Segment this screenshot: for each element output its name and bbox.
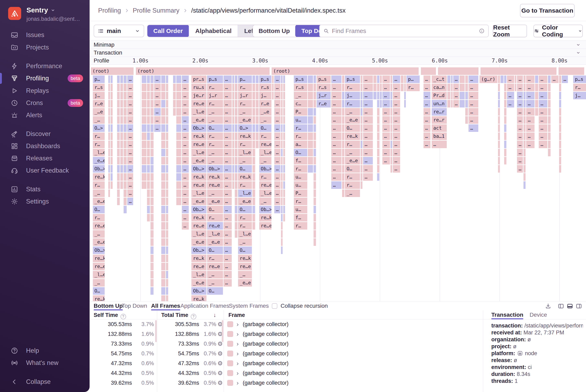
flame-frame[interactable] — [548, 108, 550, 116]
frame-table-row[interactable]: 305.53ms3.7%305.53ms3.7%⚙›(garbage colle… — [90, 319, 483, 329]
flame-frame[interactable]: … — [423, 76, 430, 83]
flame-frame[interactable] — [361, 76, 362, 83]
flame-frame[interactable] — [111, 92, 113, 99]
flame-frame[interactable] — [380, 84, 382, 91]
flame-frame[interactable]: r… — [207, 100, 223, 108]
flame-frame[interactable] — [151, 124, 154, 132]
flame-frame[interactable]: … — [363, 92, 373, 99]
flame-frame[interactable] — [308, 76, 313, 83]
flame-frame[interactable]: … — [526, 108, 534, 116]
flame-frame[interactable] — [151, 222, 154, 230]
flame-frame[interactable]: P… — [294, 108, 307, 116]
flame-frame[interactable] — [142, 116, 146, 124]
flame-frame[interactable] — [232, 149, 234, 156]
flame-frame[interactable]: … — [453, 92, 459, 99]
panel-bottom-layout-icon[interactable] — [567, 303, 573, 309]
flame-frame[interactable]: … — [127, 116, 133, 124]
flame-frame[interactable] — [377, 92, 379, 99]
flame-frame[interactable]: … — [331, 132, 341, 140]
flame-frame[interactable]: pr…s — [191, 76, 207, 83]
flame-frame[interactable]: … — [517, 92, 523, 99]
sidebar-item-user-feedback[interactable]: User Feedback — [0, 164, 90, 177]
flame-frame[interactable]: re…e — [207, 181, 223, 189]
flame-frame[interactable] — [373, 92, 377, 99]
self-time-header[interactable]: Self Time? — [94, 312, 126, 319]
flame-frame[interactable] — [559, 84, 561, 91]
flame-frame[interactable] — [342, 116, 344, 124]
flame-frame[interactable]: re…k — [93, 295, 105, 301]
flame-frame[interactable] — [232, 141, 234, 148]
flame-frame[interactable] — [108, 84, 110, 91]
flame-frame[interactable]: re…k — [238, 254, 252, 262]
flame-frame[interactable] — [308, 132, 313, 140]
flame-frame[interactable] — [173, 84, 176, 91]
flame-frame[interactable] — [147, 198, 150, 205]
flame-frame[interactable] — [176, 84, 181, 91]
flame-frame[interactable]: j…r — [317, 92, 331, 99]
flame-frame[interactable]: … — [382, 124, 390, 132]
flame-frame[interactable]: _e…e — [191, 279, 207, 286]
flame-frame[interactable] — [232, 92, 234, 99]
flame-frame[interactable] — [559, 124, 561, 132]
flame-frame[interactable] — [283, 108, 285, 116]
flame-frame[interactable] — [377, 149, 379, 156]
flame-frame[interactable] — [151, 254, 154, 262]
flame-frame[interactable] — [390, 141, 392, 148]
flame-frame[interactable] — [404, 84, 406, 91]
sidebar-item-what-s-new[interactable]: What's new — [0, 357, 90, 369]
flame-frame[interactable] — [151, 206, 154, 213]
flame-frame[interactable]: _l…e — [191, 149, 207, 156]
flame-frame[interactable]: … — [127, 198, 133, 205]
flame-frame[interactable] — [232, 100, 234, 108]
flame-frame[interactable]: … — [224, 254, 232, 262]
flame-frame[interactable] — [161, 271, 165, 278]
flame-frame[interactable]: … — [382, 116, 390, 124]
flame-frame[interactable]: … — [224, 246, 232, 254]
flame-frame[interactable] — [548, 92, 550, 99]
flame-frame[interactable] — [161, 222, 165, 230]
flame-frame[interactable] — [451, 100, 453, 108]
flame-frame[interactable]: p… — [93, 76, 105, 83]
flame-frame[interactable] — [117, 198, 120, 205]
flame-frame[interactable] — [176, 76, 181, 83]
flame-frame[interactable]: _e…e — [238, 198, 252, 205]
flame-frame[interactable] — [117, 92, 120, 99]
flame-frame[interactable] — [120, 141, 123, 148]
flame-frame[interactable]: … — [517, 132, 523, 140]
flame-frame[interactable] — [342, 124, 344, 132]
flame-frame[interactable]: … — [393, 149, 400, 156]
flame-frame[interactable] — [281, 124, 283, 132]
flame-frame[interactable]: … — [526, 124, 534, 132]
flame-frame[interactable]: … — [453, 84, 459, 91]
flame-frame[interactable] — [314, 206, 316, 213]
flame-frame[interactable]: … — [182, 157, 189, 164]
flame-frame[interactable]: … — [274, 84, 280, 91]
flame-frame[interactable] — [281, 190, 283, 197]
flame-frame[interactable]: O… — [93, 287, 105, 295]
flame-frame[interactable] — [559, 100, 561, 108]
flame-frame[interactable]: … — [423, 132, 430, 140]
flame-frame[interactable] — [451, 76, 453, 83]
flame-frame[interactable] — [151, 279, 154, 286]
flame-frame[interactable] — [314, 165, 316, 172]
flame-frame[interactable] — [498, 165, 500, 172]
flame-frame[interactable]: … — [274, 92, 280, 99]
flame-frame[interactable] — [283, 141, 285, 148]
flame-frame[interactable] — [166, 222, 168, 230]
flame-frame[interactable]: … — [127, 124, 133, 132]
flame-frame[interactable] — [314, 198, 316, 205]
flame-frame[interactable] — [535, 84, 538, 91]
flame-frame[interactable]: … — [382, 84, 390, 91]
flame-frame[interactable]: r… — [345, 181, 360, 189]
flame-frame[interactable] — [252, 173, 255, 181]
flame-frame[interactable] — [108, 92, 110, 99]
tab-bottom-up[interactable]: Bottom Up — [94, 302, 123, 310]
sidebar-item-alerts[interactable]: Alerts — [0, 109, 90, 121]
frame-table-row[interactable]: 39.62ms0.5%39.62ms0.5%⚙›(garbage collect… — [90, 378, 483, 388]
flame-frame[interactable] — [548, 149, 550, 156]
flame-frame[interactable] — [281, 76, 283, 83]
flame-frame[interactable]: … — [224, 222, 232, 230]
flame-frame[interactable]: _…e — [93, 108, 105, 116]
flame-frame[interactable]: _l…e — [191, 271, 207, 278]
flame-frame[interactable]: … — [182, 141, 189, 148]
